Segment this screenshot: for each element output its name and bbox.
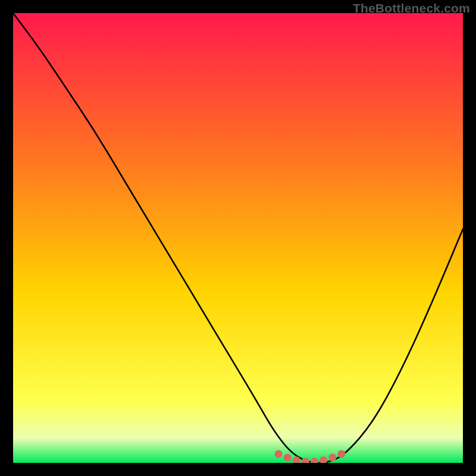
plot-area xyxy=(13,13,463,463)
svg-point-6 xyxy=(320,456,327,463)
svg-point-5 xyxy=(311,458,318,463)
attribution-label: TheBottleneck.com xyxy=(353,1,470,15)
svg-point-1 xyxy=(275,450,283,458)
svg-point-2 xyxy=(284,453,292,461)
svg-point-7 xyxy=(328,453,336,461)
svg-point-8 xyxy=(337,450,345,458)
bottleneck-curve xyxy=(13,13,463,463)
frame: TheBottleneck.com xyxy=(0,0,476,476)
